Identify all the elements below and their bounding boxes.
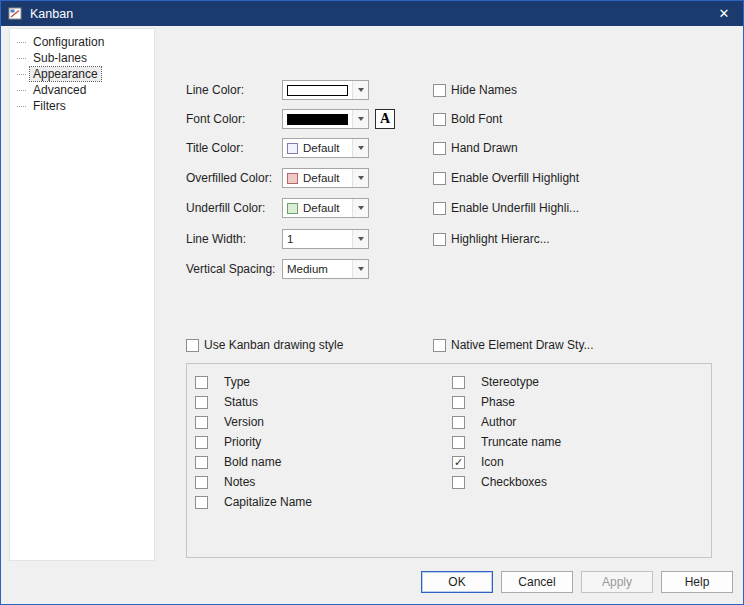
title-color-label: Title Color: <box>186 141 282 155</box>
line-color-dropdown[interactable] <box>282 80 369 100</box>
title-color-dropdown[interactable]: Default <box>282 138 369 158</box>
hand-drawn-checkbox[interactable] <box>433 142 446 155</box>
display-option-truncate-name[interactable]: Truncate name <box>452 432 561 452</box>
version-checkbox[interactable] <box>195 416 208 429</box>
truncate-name-checkbox[interactable] <box>452 436 465 449</box>
sidebar-item-configuration[interactable]: Configuration <box>12 34 152 50</box>
bold-name-checkbox[interactable] <box>195 456 208 469</box>
checkbox-label: Notes <box>224 475 255 489</box>
bold-font-checkbox[interactable] <box>433 113 446 126</box>
display-option-icon[interactable]: ✓ Icon <box>452 452 561 472</box>
underfill-color-label: Underfill Color: <box>186 201 282 215</box>
font-color-label: Font Color: <box>186 112 282 126</box>
combo-value: Medium <box>283 260 352 278</box>
hide-names-option[interactable]: Hide Names <box>433 82 517 98</box>
enable-underfill-option[interactable]: Enable Underfill Highli... <box>433 200 579 216</box>
dialog-icon <box>8 6 23 21</box>
dialog-buttons: OK Cancel Apply Help <box>421 571 733 593</box>
combo-value <box>283 110 352 128</box>
highlight-hierarchy-option[interactable]: Highlight Hierarc... <box>433 231 550 247</box>
sidebar-item-label: Advanced <box>30 83 89 97</box>
display-option-author[interactable]: Author <box>452 412 561 432</box>
display-option-type[interactable]: Type <box>195 372 312 392</box>
checkbox-label: Priority <box>224 435 261 449</box>
tree-branch-icon <box>17 90 26 91</box>
combo-text: 1 <box>287 233 293 245</box>
display-option-checkboxes[interactable]: Checkboxes <box>452 472 561 492</box>
window-title: Kanban <box>30 7 73 21</box>
sidebar-item-filters[interactable]: Filters <box>12 98 152 114</box>
sidebar-item-label: Sub-lanes <box>30 51 90 65</box>
line-width-label: Line Width: <box>186 232 282 246</box>
font-picker-button[interactable]: A <box>375 109 395 129</box>
enable-overfill-option[interactable]: Enable Overfill Highlight <box>433 170 579 186</box>
combo-value: Default <box>283 139 352 157</box>
native-draw-style-option[interactable]: Native Element Draw Sty... <box>433 337 594 353</box>
tree-branch-icon <box>17 106 26 107</box>
line-width-dropdown[interactable]: 1 <box>282 229 369 249</box>
title-color-row: Title Color: Default <box>186 138 369 158</box>
use-kanban-style-option[interactable]: Use Kanban drawing style <box>186 337 343 353</box>
close-button[interactable]: ✕ <box>711 1 737 26</box>
checkbox-label: Highlight Hierarc... <box>451 232 550 246</box>
checkbox-label: Hand Drawn <box>451 141 518 155</box>
sidebar-item-appearance[interactable]: Appearance <box>12 66 152 82</box>
priority-checkbox[interactable] <box>195 436 208 449</box>
combo-value <box>283 81 352 99</box>
vertical-spacing-dropdown[interactable]: Medium <box>282 259 369 279</box>
display-option-priority[interactable]: Priority <box>195 432 312 452</box>
checkbox-label: Stereotype <box>481 375 539 389</box>
checkboxes-checkbox[interactable] <box>452 476 465 489</box>
checkbox-label: Truncate name <box>481 435 561 449</box>
hand-drawn-option[interactable]: Hand Drawn <box>433 140 518 156</box>
display-option-capitalize-name[interactable]: Capitalize Name <box>195 492 312 512</box>
notes-checkbox[interactable] <box>195 476 208 489</box>
phase-checkbox[interactable] <box>452 396 465 409</box>
line-color-row: Line Color: <box>186 80 369 100</box>
checkbox-label: Checkboxes <box>481 475 547 489</box>
capitalize-name-checkbox[interactable] <box>195 496 208 509</box>
checkbox-label: Enable Underfill Highli... <box>451 201 579 215</box>
underfill-color-row: Underfill Color: Default <box>186 198 369 218</box>
stereotype-checkbox[interactable] <box>452 376 465 389</box>
highlight-hierarchy-checkbox[interactable] <box>433 233 446 246</box>
sidebar-item-label: Configuration <box>30 35 107 49</box>
cancel-button[interactable]: Cancel <box>501 571 573 593</box>
enable-underfill-checkbox[interactable] <box>433 202 446 215</box>
kanban-dialog: Kanban ✕ Configuration Sub-lanes Appeara… <box>0 0 744 605</box>
display-option-status[interactable]: Status <box>195 392 312 412</box>
ok-button[interactable]: OK <box>421 571 493 593</box>
underfill-color-swatch <box>287 203 298 214</box>
checkbox-label: Bold name <box>224 455 281 469</box>
combo-value: 1 <box>283 230 352 248</box>
overfilled-color-dropdown[interactable]: Default <box>282 168 369 188</box>
type-checkbox[interactable] <box>195 376 208 389</box>
checkbox-label: Status <box>224 395 258 409</box>
display-option-stereotype[interactable]: Stereotype <box>452 372 561 392</box>
native-draw-style-checkbox[interactable] <box>433 339 446 352</box>
line-color-swatch <box>287 85 348 96</box>
display-option-phase[interactable]: Phase <box>452 392 561 412</box>
display-option-version[interactable]: Version <box>195 412 312 432</box>
underfill-color-dropdown[interactable]: Default <box>282 198 369 218</box>
dropdown-arrow-icon <box>352 139 368 157</box>
overfilled-color-label: Overfilled Color: <box>186 171 282 185</box>
checkbox-label: Use Kanban drawing style <box>204 338 343 352</box>
display-option-notes[interactable]: Notes <box>195 472 312 492</box>
help-button[interactable]: Help <box>661 571 733 593</box>
font-color-swatch <box>287 114 348 125</box>
sidebar-item-advanced[interactable]: Advanced <box>12 82 152 98</box>
font-color-dropdown[interactable] <box>282 109 369 129</box>
bold-font-option[interactable]: Bold Font <box>433 111 502 127</box>
apply-button[interactable]: Apply <box>581 571 653 593</box>
tree-branch-icon <box>17 42 26 43</box>
enable-overfill-checkbox[interactable] <box>433 172 446 185</box>
icon-checkbox[interactable]: ✓ <box>452 456 465 469</box>
status-checkbox[interactable] <box>195 396 208 409</box>
use-kanban-style-checkbox[interactable] <box>186 339 199 352</box>
author-checkbox[interactable] <box>452 416 465 429</box>
combo-text: Default <box>303 202 339 214</box>
display-option-bold-name[interactable]: Bold name <box>195 452 312 472</box>
hide-names-checkbox[interactable] <box>433 84 446 97</box>
sidebar-item-sub-lanes[interactable]: Sub-lanes <box>12 50 152 66</box>
